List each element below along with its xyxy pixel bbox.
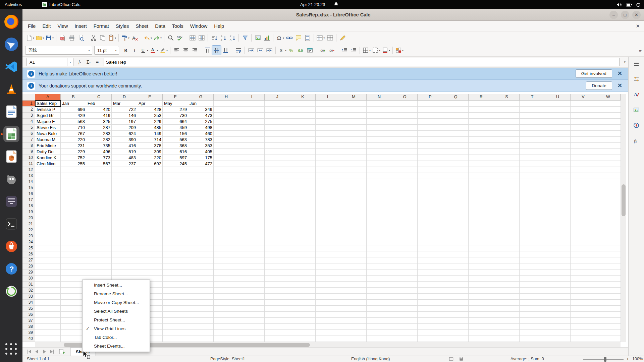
cell-B6[interactable]: 767 (61, 131, 86, 137)
chevron-down-icon[interactable]: ▾ (160, 37, 162, 40)
cell-D5[interactable]: 209 (112, 125, 137, 131)
column-header-H[interactable]: H (214, 94, 239, 101)
insert-chart-button[interactable] (262, 33, 271, 43)
redo-button[interactable]: ▾ (153, 33, 162, 43)
open-file-button[interactable]: ▾ (35, 33, 45, 43)
cell-E10[interactable]: 220 (137, 155, 163, 161)
row-header-15[interactable]: 15 (22, 185, 35, 191)
cell-E11[interactable]: 692 (137, 161, 163, 167)
cell-D7[interactable]: 390 (112, 137, 137, 143)
menu-data[interactable]: Data (152, 22, 169, 31)
row-header-1[interactable]: 1 (22, 101, 35, 107)
cell-B10[interactable]: 752 (61, 155, 86, 161)
cell-G4[interactable]: 275 (188, 119, 214, 125)
menu-edit[interactable]: Edit (39, 22, 54, 31)
font-size-combobox[interactable]: 11 pt ▾ (94, 46, 119, 55)
cell-G1[interactable]: Jun (188, 101, 214, 107)
context-menu-item-tab-color[interactable]: Tab Color... (83, 333, 150, 342)
column-header-P[interactable]: P (418, 94, 443, 101)
dock-vscode[interactable] (3, 59, 19, 75)
get-involved-button[interactable]: Get involved (576, 69, 612, 78)
row-header-27[interactable]: 27 (22, 257, 35, 263)
cell-A8[interactable]: Eric Minte (35, 143, 61, 149)
column-header-L[interactable]: L (316, 94, 341, 101)
cell-A2[interactable]: Ivelisse P (35, 107, 61, 113)
cell-A11[interactable]: Cleo Nixo (35, 161, 61, 167)
merge-cells-button[interactable] (256, 46, 265, 55)
language-label[interactable]: English (Hong Kong) (351, 356, 390, 362)
cell-D6[interactable]: 624 (112, 131, 137, 137)
cell-F11[interactable]: 245 (163, 161, 188, 167)
row-header-32[interactable]: 32 (22, 288, 35, 294)
dock-help[interactable]: ? (3, 261, 19, 277)
clear-formatting-button[interactable]: A (130, 33, 139, 43)
dock-vlc[interactable] (3, 81, 19, 97)
chevron-down-icon[interactable]: ▾ (283, 37, 284, 40)
zoom-slider[interactable] (583, 359, 624, 360)
cell-B2[interactable]: 696 (61, 107, 86, 113)
cell-E2[interactable]: 428 (137, 107, 163, 113)
context-menu-item-select-all-sheets[interactable]: Select All Sheets (83, 307, 150, 316)
font-color-button[interactable]: A▾ (149, 46, 159, 55)
insert-column-button[interactable] (197, 33, 206, 43)
add-decimal-button[interactable]: .00 (318, 46, 327, 55)
cell-D10[interactable]: 483 (112, 155, 137, 161)
row-header-29[interactable]: 29 (22, 269, 35, 276)
cell-A1[interactable]: Sales Rep (35, 101, 61, 107)
cell-F1[interactable]: May (163, 101, 188, 107)
merge-and-center-button[interactable] (247, 46, 256, 55)
format-currency-button[interactable]: $▾ (277, 46, 287, 55)
cell-A9[interactable]: Dotty Do (35, 149, 61, 155)
cell-F7[interactable]: 563 (163, 137, 188, 143)
column-header-G[interactable]: G (188, 94, 214, 101)
column-header-V[interactable]: V (571, 94, 596, 101)
chevron-down-icon[interactable]: ▾ (389, 49, 390, 52)
row-header-34[interactable]: 34 (22, 300, 35, 306)
insert-comment-button[interactable] (294, 33, 303, 43)
align-left-button[interactable] (172, 46, 181, 55)
undo-button[interactable]: ▾ (143, 33, 153, 43)
cell-F4[interactable]: 664 (163, 119, 188, 125)
cell-G3[interactable]: 473 (188, 113, 214, 119)
row-header-31[interactable]: 31 (22, 282, 35, 288)
insert-image-button[interactable] (253, 33, 262, 43)
cell-G9[interactable]: 405 (188, 149, 214, 155)
font-name-combobox[interactable]: 等线 ▾ (25, 46, 92, 55)
cell-G5[interactable]: 498 (188, 125, 214, 131)
chevron-down-icon[interactable]: ▾ (115, 37, 116, 40)
gallery-deck-icon[interactable] (631, 105, 641, 115)
menu-insert[interactable]: Insert (71, 22, 90, 31)
styles-deck-icon[interactable]: A (631, 89, 641, 100)
copy-button[interactable] (98, 33, 107, 43)
spelling-button[interactable]: ABC (175, 33, 184, 43)
increase-indent-button[interactable] (340, 46, 349, 55)
cell-F6[interactable]: 156 (163, 131, 188, 137)
close-infobar-icon[interactable]: ✕ (618, 70, 622, 77)
row-header-4[interactable]: 4 (22, 119, 35, 125)
chevron-down-icon[interactable]: ▾ (369, 49, 371, 52)
maximize-button[interactable]: □ (621, 11, 629, 19)
row-header-21[interactable]: 21 (22, 221, 35, 227)
column-header-R[interactable]: R (469, 94, 494, 101)
column-header-A[interactable]: A (35, 94, 61, 101)
cell-E8[interactable]: 378 (137, 143, 163, 149)
chevron-down-icon[interactable]: ▾ (379, 49, 380, 52)
row-header-24[interactable]: 24 (22, 239, 35, 245)
cell-E6[interactable]: 149 (137, 131, 163, 137)
row-header-7[interactable]: 7 (22, 137, 35, 143)
name-box[interactable]: A1 ▾ (26, 58, 73, 66)
chevron-down-icon[interactable]: ▾ (285, 49, 286, 52)
cell-B9[interactable]: 229 (61, 149, 86, 155)
align-bottom-button[interactable] (221, 46, 230, 55)
selection-mode-icon[interactable] (448, 356, 454, 362)
dock-files[interactable] (3, 193, 19, 209)
cell-D1[interactable]: Mar (112, 101, 137, 107)
chevron-down-icon[interactable]: ▾ (52, 37, 54, 40)
chevron-down-icon[interactable]: ▾ (323, 37, 325, 40)
highlight-color-button[interactable]: ▾ (159, 46, 168, 55)
autofilter-button[interactable] (240, 33, 250, 43)
column-header-Q[interactable]: Q (443, 94, 469, 101)
row-header-20[interactable]: 20 (22, 215, 35, 221)
zoom-out-button[interactable]: − (577, 356, 579, 362)
chevron-down-icon[interactable]: ▾ (151, 37, 152, 40)
